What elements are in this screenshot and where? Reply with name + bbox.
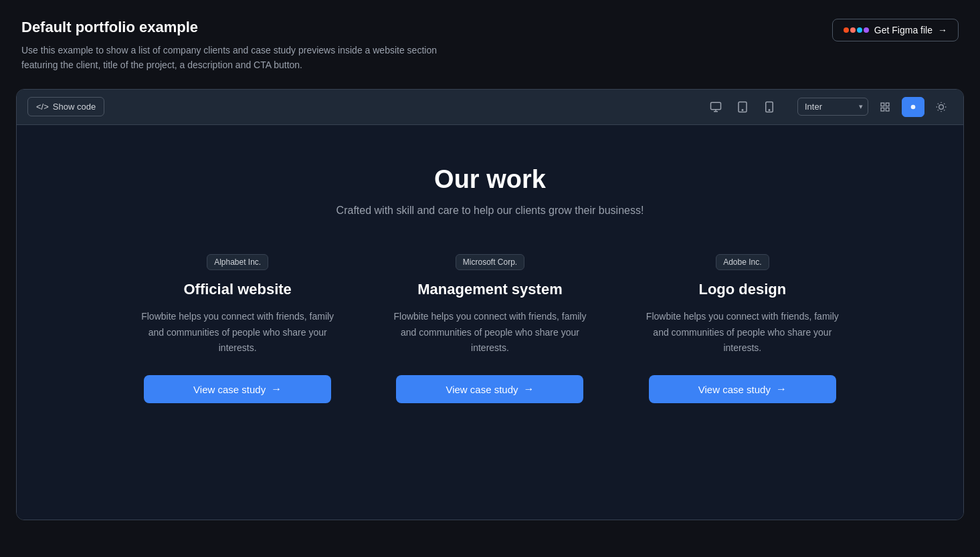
- card-1-cta-label: View case study: [193, 384, 266, 395]
- tablet-view-button[interactable]: [730, 96, 755, 118]
- layout-icon: [880, 102, 890, 112]
- section-subheading: Crafted with skill and care to help our …: [336, 205, 644, 217]
- figma-dot-blue: [857, 27, 862, 33]
- svg-point-11: [939, 104, 944, 109]
- svg-point-2: [742, 110, 743, 111]
- figma-button-wrap: Get Figma file →: [832, 19, 959, 41]
- svg-rect-8: [886, 108, 889, 111]
- card-2-title: Management system: [417, 281, 562, 298]
- svg-point-4: [769, 110, 770, 111]
- svg-line-15: [944, 110, 945, 110]
- viewport-buttons: [704, 96, 781, 118]
- preview-container: </> Show code: [16, 89, 964, 520]
- card-1-title: Official website: [183, 281, 291, 298]
- code-icon: </>: [36, 102, 49, 112]
- page-description: Use this example to show a list of compa…: [21, 43, 447, 73]
- font-selector[interactable]: Inter Roboto Open Sans: [797, 98, 868, 116]
- figma-dot-purple: [864, 27, 869, 33]
- figma-button-label: Get Figma file: [874, 25, 933, 35]
- card-3-cta-label: View case study: [698, 384, 771, 395]
- figma-logo: [844, 27, 869, 33]
- card-3: Adobe Inc. Logo design Flowbite helps yo…: [627, 254, 858, 403]
- card-2: Microsoft Corp. Management system Flowbi…: [375, 254, 605, 403]
- figma-button-arrow: →: [938, 25, 947, 35]
- section-heading: Our work: [434, 165, 546, 194]
- card-3-badge: Adobe Inc.: [716, 254, 769, 270]
- card-1: Alphabet Inc. Official website Flowbite …: [122, 254, 353, 403]
- card-2-cta-arrow: →: [524, 383, 534, 395]
- card-2-description: Flowbite helps you connect with friends,…: [389, 309, 590, 356]
- svg-line-19: [944, 104, 945, 104]
- figma-button[interactable]: Get Figma file →: [832, 19, 959, 41]
- desktop-view-button[interactable]: [704, 96, 728, 118]
- layout-icon-button[interactable]: [874, 97, 896, 117]
- card-2-cta-button[interactable]: View case study →: [396, 375, 583, 403]
- mobile-view-button[interactable]: [757, 96, 781, 118]
- svg-point-10: [911, 104, 916, 109]
- show-code-button[interactable]: </> Show code: [27, 97, 104, 116]
- toolbar-right: Inter Roboto Open Sans: [797, 97, 953, 117]
- svg-rect-6: [886, 103, 889, 106]
- tablet-icon: [737, 101, 749, 113]
- card-1-badge: Alphabet Inc.: [207, 254, 268, 270]
- font-select-wrap: Inter Roboto Open Sans: [797, 98, 868, 116]
- sun-icon: [936, 102, 947, 112]
- card-3-cta-arrow: →: [776, 383, 787, 395]
- card-3-cta-button[interactable]: View case study →: [649, 375, 836, 403]
- card-3-description: Flowbite helps you connect with friends,…: [642, 309, 843, 356]
- card-1-cta-arrow: →: [271, 383, 282, 395]
- svg-line-14: [938, 104, 939, 104]
- card-1-description: Flowbite helps you connect with friends,…: [137, 309, 338, 356]
- figma-dot-orange: [850, 27, 856, 33]
- page-title: Default portfolio example: [21, 19, 447, 36]
- svg-rect-0: [711, 102, 721, 110]
- toolbar: </> Show code: [17, 90, 963, 125]
- svg-rect-5: [881, 103, 884, 106]
- card-3-title: Logo design: [698, 281, 786, 298]
- dark-mode-button[interactable]: [902, 97, 924, 117]
- figma-dot-red: [844, 27, 849, 33]
- card-2-cta-label: View case study: [446, 384, 518, 395]
- svg-line-18: [938, 110, 939, 110]
- page-header: Default portfolio example Use this examp…: [0, 0, 468, 89]
- sun-icon-button[interactable]: [930, 97, 953, 117]
- preview-content: Our work Crafted with skill and care to …: [17, 125, 963, 520]
- show-code-label: Show code: [53, 102, 96, 112]
- svg-rect-7: [881, 108, 884, 111]
- card-2-badge: Microsoft Corp.: [456, 254, 524, 270]
- mobile-icon: [763, 101, 775, 113]
- card-1-cta-button[interactable]: View case study →: [144, 375, 331, 403]
- desktop-icon: [710, 101, 722, 113]
- cards-grid: Alphabet Inc. Official website Flowbite …: [122, 254, 858, 403]
- dark-mode-icon: [908, 102, 918, 112]
